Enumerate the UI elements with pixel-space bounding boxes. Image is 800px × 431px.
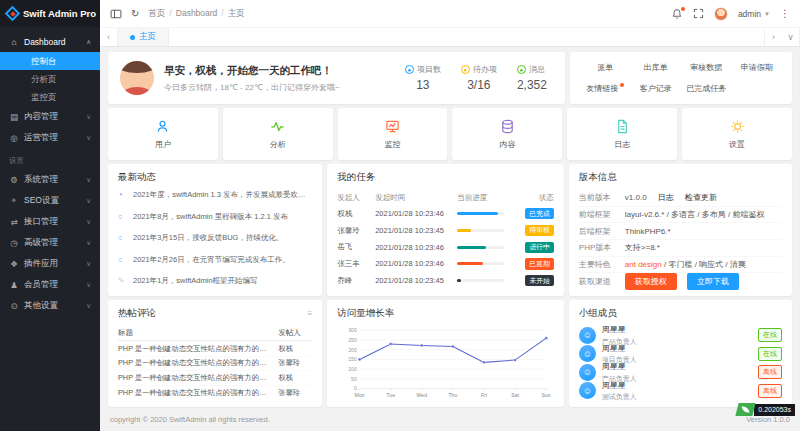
sidebar-item-members[interactable]: ♟ 会员管理 ∨ xyxy=(0,274,100,295)
file-icon xyxy=(615,119,630,134)
column-header: 当前进度 xyxy=(457,193,508,203)
chevron-down-icon: ∨ xyxy=(86,134,91,142)
check-update-link[interactable]: 检查更新 xyxy=(685,193,717,202)
user-avatar[interactable] xyxy=(714,7,728,21)
backend-framework: ThinkPHP6.* xyxy=(625,227,782,236)
current-version: v1.0.0 xyxy=(625,193,647,202)
timeline-item: ◔2021年度，swiftAdmin 1.3 发布，并发展成最受欢迎的极速开发框… xyxy=(118,190,312,200)
app-window: Swift Admin Pro ⌂ Dashboard ∧ 控制台 分析页 监控… xyxy=(0,0,800,431)
task-owner: 岳飞 xyxy=(337,242,375,252)
column-header: 状态 xyxy=(508,193,554,203)
sidebar-item-content[interactable]: ▤ 内容管理 ∨ xyxy=(0,106,100,127)
welcome-weather: 今日多云转阴，18℃ - 22℃，出门记得穿外套哦~ xyxy=(164,82,340,93)
sidebar-item-api[interactable]: ⇄ 接口管理 ∨ xyxy=(0,211,100,232)
sidebar-item-advanced[interactable]: ◷ 高级管理 ∨ xyxy=(0,232,100,253)
clock-icon: ◔ xyxy=(118,190,123,199)
member-name: 周星星 xyxy=(602,361,637,372)
svg-text:200: 200 xyxy=(348,347,357,353)
comment-row[interactable]: PHP 是一种创建动态交互性站点的强有力的服务器端脚本语言 张馨玲 xyxy=(118,356,312,371)
gear-icon: ⚙ xyxy=(9,175,19,185)
comment-row[interactable]: PHP 是一种创建动态交互性站点的强有力的服务器端脚本语言 权栈 xyxy=(118,341,312,356)
news-title: 最新动态 xyxy=(118,171,156,184)
online-status-badge: 离线 xyxy=(758,365,782,379)
sidebar-collapse-icon[interactable] xyxy=(110,8,122,20)
svg-text:Sat: Sat xyxy=(511,392,519,398)
svg-text:150: 150 xyxy=(348,356,357,362)
shortcut-users[interactable]: 用户 xyxy=(108,108,218,160)
sidebar-item-console[interactable]: 控制台 xyxy=(0,52,100,70)
sidebar-item-system[interactable]: ⚙ 系统管理 ∨ xyxy=(0,169,100,190)
quicklink-finished-tasks[interactable]: 已完成任务 xyxy=(681,83,732,94)
main-area: ↻ 首页 / Dashboard / 主页 admin ▼ xyxy=(100,0,800,431)
tab-scroll-left-icon[interactable]: ‹ xyxy=(100,28,118,46)
tab-menu-icon[interactable]: ∨ xyxy=(782,28,800,46)
tab-home[interactable]: 主页 xyxy=(118,28,169,46)
member-avatar: ☺ xyxy=(579,345,596,362)
refresh-icon[interactable]: ↻ xyxy=(131,8,139,19)
home-icon: ⌂ xyxy=(9,37,19,47)
quicklink-audit[interactable]: 审核数据 xyxy=(681,62,732,73)
comments-table: 标题 发帖人 PHP 是一种创建动态交互性站点的强有力的服务器端脚本语言 权栈 … xyxy=(118,326,312,400)
svg-text:Mon: Mon xyxy=(355,392,365,398)
sidebar-item-seo[interactable]: ⌖ SEO设置 ∨ xyxy=(0,190,100,211)
user-menu[interactable]: admin ▼ xyxy=(738,9,770,19)
stat-messages-value: 2,352 xyxy=(517,78,547,92)
message-icon: ● xyxy=(517,65,526,74)
red-dot-badge xyxy=(620,83,624,87)
chevron-down-icon: ∨ xyxy=(86,239,91,247)
exec-time-value: 0.202053s xyxy=(754,404,795,416)
sidebar-item-other[interactable]: ⊙ 其他设置 ∨ xyxy=(0,295,100,316)
svg-text:Tue: Tue xyxy=(386,392,395,398)
quicklinks-card: 派单 出库单 审核数据 申请假期 友情链接 客户记录 已完成任务 xyxy=(570,52,792,104)
column-header: 发起时间 xyxy=(375,193,457,203)
sidebar-section-settings: 设置 xyxy=(0,148,100,169)
sidebar-item-operation[interactable]: ◎ 运营管理 ∨ xyxy=(0,127,100,148)
online-status-badge: 在线 xyxy=(758,328,782,342)
breadcrumb-dashboard[interactable]: Dashboard xyxy=(176,8,218,20)
shortcut-settings[interactable]: 设置 xyxy=(682,108,792,160)
task-owner: 张馨玲 xyxy=(337,226,375,236)
tasks-title: 我的任务 xyxy=(337,171,375,184)
notification-bell-icon[interactable] xyxy=(671,8,683,20)
row-label: 获取渠道 xyxy=(579,276,625,287)
stat-todos-value: 3/16 xyxy=(461,78,497,92)
more-vertical-icon[interactable]: ⋮ xyxy=(780,8,790,19)
exchange-icon: ⇄ xyxy=(9,217,19,227)
user-icon: ♟ xyxy=(9,280,19,290)
shortcut-analysis[interactable]: 分析 xyxy=(223,108,333,160)
get-license-button[interactable]: 获取授权 xyxy=(625,273,677,290)
team-title: 小组成员 xyxy=(579,307,617,320)
changelog-link[interactable]: 日志 xyxy=(658,193,674,202)
panel-menu-icon[interactable]: ≡ xyxy=(307,309,312,318)
quicklink-friend-links[interactable]: 友情链接 xyxy=(580,83,631,94)
comment-row[interactable]: PHP 是一种创建动态交互性站点的强有力的服务器端脚本语言 张馨玲 xyxy=(118,385,312,400)
shortcut-monitor[interactable]: 监控 xyxy=(338,108,448,160)
growth-chart-panel: 访问量增长率 050100150200250300MonTueWedThuFri… xyxy=(327,300,564,407)
sidebar-item-dashboard[interactable]: ⌂ Dashboard ∧ xyxy=(0,31,100,52)
sidebar-item-analysis[interactable]: 分析页 xyxy=(0,70,100,88)
breadcrumb-home[interactable]: 首页 xyxy=(148,8,165,20)
stat-todos: ●待办项 3/16 xyxy=(461,64,497,92)
chevron-down-icon: ∨ xyxy=(86,281,91,289)
quicklink-dispatch[interactable]: 派单 xyxy=(580,62,631,73)
quicklink-leave[interactable]: 申请假期 xyxy=(731,62,782,73)
tabbar: ‹ 主页 › ∨ xyxy=(100,27,800,47)
sidebar-item-monitor[interactable]: 监控页 xyxy=(0,88,100,106)
quicklink-outbound[interactable]: 出库单 xyxy=(630,62,681,73)
shortcut-content[interactable]: 内容 xyxy=(452,108,562,160)
shortcut-logs[interactable]: 日志 xyxy=(567,108,677,160)
pencil-icon: ✎ xyxy=(118,276,124,285)
feature-highlight: ant design xyxy=(625,260,662,269)
database-icon xyxy=(500,119,515,134)
quicklink-customer-records[interactable]: 客户记录 xyxy=(630,83,681,94)
app-logo[interactable]: Swift Admin Pro xyxy=(0,0,100,27)
download-button[interactable]: 立即下载 xyxy=(687,273,739,290)
online-status-badge: 在线 xyxy=(758,347,782,361)
chevron-up-icon: ∧ xyxy=(86,38,91,46)
sidebar-item-plugins[interactable]: ❖ 插件应用 ∨ xyxy=(0,253,100,274)
comment-row[interactable]: PHP 是一种创建动态交互性站点的强有力的服务器端脚本语言 权栈 xyxy=(118,370,312,385)
tab-scroll-right-icon[interactable]: › xyxy=(764,28,782,46)
stat-projects-value: 13 xyxy=(405,78,441,92)
online-status-badge: 离线 xyxy=(758,384,782,398)
fullscreen-icon[interactable] xyxy=(693,8,704,19)
